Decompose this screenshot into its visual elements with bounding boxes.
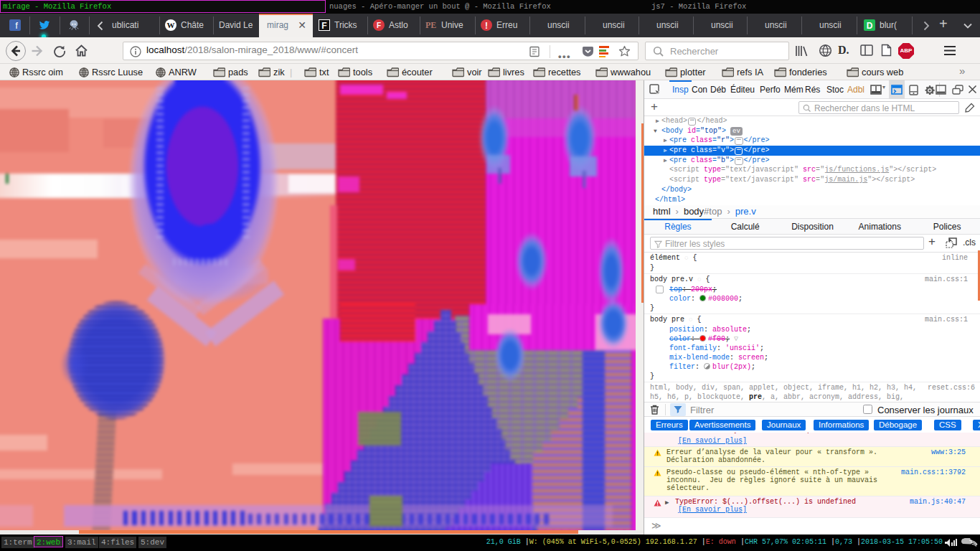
svg-text:!: ! xyxy=(485,21,488,31)
svg-text:F: F xyxy=(321,21,326,31)
svg-text:F: F xyxy=(377,22,381,29)
svg-text:D: D xyxy=(867,21,873,31)
svg-text:W: W xyxy=(167,21,175,29)
svg-text:f: f xyxy=(15,20,18,31)
